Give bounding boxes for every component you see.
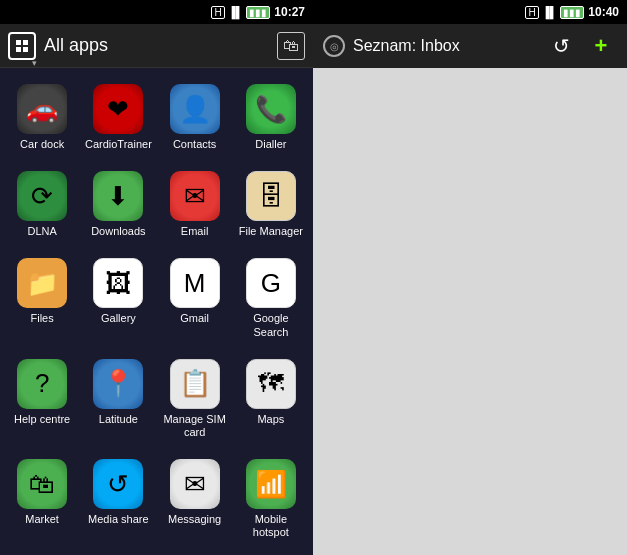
app-item-help[interactable]: ?Help centre — [4, 351, 80, 447]
app-icon-cardio: ❤ — [93, 84, 143, 134]
app-label-dialler: Dialler — [255, 138, 286, 151]
app-icon-car-dock: 🚗 — [17, 84, 67, 134]
left-panel: H ▐▌ ▮▮▮ 10:27 All apps 🛍 ▾ 🚗Car dock❤Ca… — [0, 0, 313, 555]
app-label-messaging: Messaging — [168, 513, 221, 526]
app-icon-gallery: 🖼 — [93, 258, 143, 308]
app-item-hotspot[interactable]: 📶Mobile hotspot — [233, 451, 309, 547]
right-signal-bars-icon: ▐▌ — [542, 6, 558, 18]
svg-rect-3 — [23, 47, 28, 52]
app-icon-help: ? — [17, 359, 67, 409]
right-panel: H ▐▌ ▮▮▮ 10:40 ◎ Seznam: Inbox ↺ + — [313, 0, 627, 555]
app-item-dialler[interactable]: 📞Dialler — [233, 76, 309, 159]
app-item-maps[interactable]: 🗺Maps — [233, 351, 309, 447]
app-label-contacts: Contacts — [173, 138, 216, 151]
app-icon-dlna: ⟳ — [17, 171, 67, 221]
signal-type-icon: H — [211, 6, 224, 19]
app-label-google: Google Search — [237, 312, 305, 338]
app-item-market[interactable]: 🛍Market — [4, 451, 80, 547]
right-status-bar: H ▐▌ ▮▮▮ 10:40 — [313, 0, 627, 24]
add-button[interactable]: + — [585, 30, 617, 62]
battery-icon: ▮▮▮ — [246, 6, 270, 19]
app-item-filemanager[interactable]: 🗄File Manager — [233, 163, 309, 246]
inbox-title: Seznam: Inbox — [353, 37, 537, 55]
svg-rect-2 — [16, 47, 21, 52]
svg-rect-0 — [16, 40, 21, 45]
app-item-car-dock[interactable]: 🚗Car dock — [4, 76, 80, 159]
app-icon-messaging: ✉ — [170, 459, 220, 509]
app-item-google[interactable]: GGoogle Search — [233, 250, 309, 346]
app-item-latitude[interactable]: 📍Latitude — [80, 351, 156, 447]
right-clock: 10:40 — [588, 5, 619, 19]
signal-bars-icon: ▐▌ — [228, 6, 244, 18]
app-icon-hotspot: 📶 — [246, 459, 296, 509]
app-label-hotspot: Mobile hotspot — [237, 513, 305, 539]
app-label-filemanager: File Manager — [239, 225, 303, 238]
app-item-cardio[interactable]: ❤CardioTrainer — [80, 76, 156, 159]
app-label-car-dock: Car dock — [20, 138, 64, 151]
app-item-messaging[interactable]: ✉Messaging — [157, 451, 233, 547]
app-icon-latitude: 📍 — [93, 359, 143, 409]
app-label-dlna: DLNA — [27, 225, 56, 238]
app-item-files[interactable]: 📁Files — [4, 250, 80, 346]
app-item-dlna[interactable]: ⟳DLNA — [4, 163, 80, 246]
app-icon-email: ✉ — [170, 171, 220, 221]
app-icon-gmail: M — [170, 258, 220, 308]
app-label-downloads: Downloads — [91, 225, 145, 238]
left-status-bar: H ▐▌ ▮▮▮ 10:27 — [0, 0, 313, 24]
app-icon-dialler: 📞 — [246, 84, 296, 134]
app-label-market: Market — [25, 513, 59, 526]
right-battery-icon: ▮▮▮ — [560, 6, 584, 19]
app-label-gallery: Gallery — [101, 312, 136, 325]
app-item-email[interactable]: ✉Email — [157, 163, 233, 246]
app-label-latitude: Latitude — [99, 413, 138, 426]
app-label-cardio: CardioTrainer — [85, 138, 152, 151]
cart-icon[interactable]: 🛍 — [277, 32, 305, 60]
inbox-content — [313, 68, 627, 555]
svg-rect-1 — [23, 40, 28, 45]
left-status-icons: H ▐▌ ▮▮▮ — [211, 6, 270, 19]
app-icon-filemanager: 🗄 — [246, 171, 296, 221]
app-label-sim: Manage SIM card — [161, 413, 229, 439]
app-icon-market: 🛍 — [17, 459, 67, 509]
app-item-gallery[interactable]: 🖼Gallery — [80, 250, 156, 346]
app-item-mediashare[interactable]: ↺Media share — [80, 451, 156, 547]
app-label-help: Help centre — [14, 413, 70, 426]
app-icon-contacts: 👤 — [170, 84, 220, 134]
app-icon-mediashare: ↺ — [93, 459, 143, 509]
app-icon-maps: 🗺 — [246, 359, 296, 409]
app-icon-files: 📁 — [17, 258, 67, 308]
app-item-contacts[interactable]: 👤Contacts — [157, 76, 233, 159]
app-icon-downloads: ⬇ — [93, 171, 143, 221]
app-item-sim[interactable]: 📋Manage SIM card — [157, 351, 233, 447]
left-app-bar: All apps 🛍 — [0, 24, 313, 68]
right-app-bar: ◎ Seznam: Inbox ↺ + — [313, 24, 627, 68]
app-icon-google: G — [246, 258, 296, 308]
left-clock: 10:27 — [274, 5, 305, 19]
right-signal-type-icon: H — [525, 6, 538, 19]
app-label-files: Files — [31, 312, 54, 325]
app-label-email: Email — [181, 225, 209, 238]
all-apps-icon — [8, 32, 36, 60]
all-apps-title: All apps — [44, 35, 269, 56]
refresh-button[interactable]: ↺ — [545, 30, 577, 62]
app-item-gmail[interactable]: MGmail — [157, 250, 233, 346]
app-label-maps: Maps — [257, 413, 284, 426]
app-item-downloads[interactable]: ⬇Downloads — [80, 163, 156, 246]
app-icon-sim: 📋 — [170, 359, 220, 409]
app-label-mediashare: Media share — [88, 513, 149, 526]
seznam-logo-icon: ◎ — [323, 35, 345, 57]
app-label-gmail: Gmail — [180, 312, 209, 325]
apps-grid: 🚗Car dock❤CardioTrainer👤Contacts📞Dialler… — [0, 68, 313, 555]
